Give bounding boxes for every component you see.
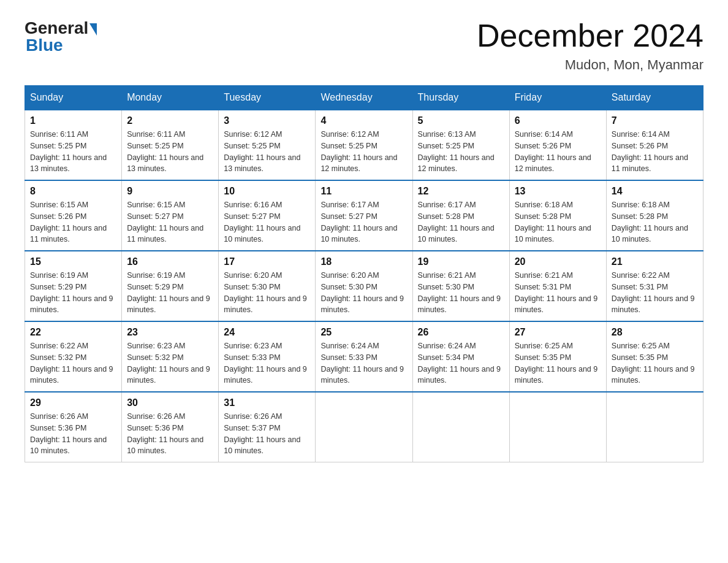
day-number: 31 <box>224 397 310 408</box>
calendar-header-row: SundayMondayTuesdayWednesdayThursdayFrid… <box>25 86 703 110</box>
day-number: 25 <box>320 327 407 338</box>
calendar-cell: 18 Sunrise: 6:20 AMSunset: 5:30 PMDaylig… <box>316 251 412 321</box>
day-info: Sunrise: 6:12 AMSunset: 5:25 PMDaylight:… <box>224 129 310 175</box>
day-number: 8 <box>30 186 116 197</box>
day-info: Sunrise: 6:19 AMSunset: 5:29 PMDaylight:… <box>127 270 213 316</box>
day-info: Sunrise: 6:26 AMSunset: 5:37 PMDaylight:… <box>224 411 310 457</box>
day-number: 2 <box>127 115 213 126</box>
day-info: Sunrise: 6:25 AMSunset: 5:35 PMDaylight:… <box>515 340 601 386</box>
day-info: Sunrise: 6:24 AMSunset: 5:33 PMDaylight:… <box>320 340 407 386</box>
day-number: 19 <box>418 256 504 267</box>
calendar-week-row-5: 29 Sunrise: 6:26 AMSunset: 5:36 PMDaylig… <box>25 392 703 462</box>
day-number: 6 <box>515 115 601 126</box>
day-number: 26 <box>418 327 504 338</box>
calendar-header-sunday: Sunday <box>25 86 122 110</box>
calendar-cell: 7 Sunrise: 6:14 AMSunset: 5:26 PMDayligh… <box>606 110 703 180</box>
day-number: 5 <box>418 115 504 126</box>
calendar-cell: 26 Sunrise: 6:24 AMSunset: 5:34 PMDaylig… <box>412 321 509 392</box>
page-header: General Blue December 2024 Mudon, Mon, M… <box>25 18 703 73</box>
day-info: Sunrise: 6:20 AMSunset: 5:30 PMDaylight:… <box>320 270 407 316</box>
day-number: 20 <box>515 256 601 267</box>
calendar-cell: 6 Sunrise: 6:14 AMSunset: 5:26 PMDayligh… <box>509 110 606 180</box>
calendar-header-thursday: Thursday <box>412 86 509 110</box>
calendar-cell: 14 Sunrise: 6:18 AMSunset: 5:28 PMDaylig… <box>606 180 703 251</box>
day-info: Sunrise: 6:17 AMSunset: 5:28 PMDaylight:… <box>418 199 504 245</box>
day-number: 27 <box>515 327 601 338</box>
day-number: 30 <box>127 397 213 408</box>
calendar-cell: 16 Sunrise: 6:19 AMSunset: 5:29 PMDaylig… <box>122 251 219 321</box>
calendar-cell: 25 Sunrise: 6:24 AMSunset: 5:33 PMDaylig… <box>316 321 412 392</box>
calendar-cell: 12 Sunrise: 6:17 AMSunset: 5:28 PMDaylig… <box>412 180 509 251</box>
day-number: 16 <box>127 256 213 267</box>
calendar-week-row-3: 15 Sunrise: 6:19 AMSunset: 5:29 PMDaylig… <box>25 251 703 321</box>
calendar-cell: 1 Sunrise: 6:11 AMSunset: 5:25 PMDayligh… <box>25 110 122 180</box>
calendar-cell <box>316 392 412 462</box>
day-info: Sunrise: 6:22 AMSunset: 5:32 PMDaylight:… <box>30 340 116 386</box>
day-number: 24 <box>224 327 310 338</box>
day-info: Sunrise: 6:23 AMSunset: 5:32 PMDaylight:… <box>127 340 213 386</box>
day-number: 14 <box>612 186 698 197</box>
calendar-cell: 23 Sunrise: 6:23 AMSunset: 5:32 PMDaylig… <box>122 321 219 392</box>
calendar-header-wednesday: Wednesday <box>316 86 412 110</box>
day-number: 9 <box>127 186 213 197</box>
day-info: Sunrise: 6:25 AMSunset: 5:35 PMDaylight:… <box>612 340 698 386</box>
day-info: Sunrise: 6:16 AMSunset: 5:27 PMDaylight:… <box>224 199 310 245</box>
calendar-cell: 13 Sunrise: 6:18 AMSunset: 5:28 PMDaylig… <box>509 180 606 251</box>
day-info: Sunrise: 6:18 AMSunset: 5:28 PMDaylight:… <box>515 199 601 245</box>
calendar-cell: 15 Sunrise: 6:19 AMSunset: 5:29 PMDaylig… <box>25 251 122 321</box>
day-info: Sunrise: 6:21 AMSunset: 5:31 PMDaylight:… <box>515 270 601 316</box>
day-info: Sunrise: 6:19 AMSunset: 5:29 PMDaylight:… <box>30 270 116 316</box>
calendar-cell: 4 Sunrise: 6:12 AMSunset: 5:25 PMDayligh… <box>316 110 412 180</box>
calendar-cell: 31 Sunrise: 6:26 AMSunset: 5:37 PMDaylig… <box>219 392 316 462</box>
day-info: Sunrise: 6:13 AMSunset: 5:25 PMDaylight:… <box>418 129 504 175</box>
calendar-cell: 5 Sunrise: 6:13 AMSunset: 5:25 PMDayligh… <box>412 110 509 180</box>
calendar-cell: 21 Sunrise: 6:22 AMSunset: 5:31 PMDaylig… <box>606 251 703 321</box>
day-info: Sunrise: 6:20 AMSunset: 5:30 PMDaylight:… <box>224 270 310 316</box>
calendar-cell: 17 Sunrise: 6:20 AMSunset: 5:30 PMDaylig… <box>219 251 316 321</box>
day-number: 13 <box>515 186 601 197</box>
calendar-header-tuesday: Tuesday <box>219 86 316 110</box>
day-number: 1 <box>30 115 116 126</box>
calendar-cell: 9 Sunrise: 6:15 AMSunset: 5:27 PMDayligh… <box>122 180 219 251</box>
calendar-table: SundayMondayTuesdayWednesdayThursdayFrid… <box>25 85 703 462</box>
calendar-cell: 3 Sunrise: 6:12 AMSunset: 5:25 PMDayligh… <box>219 110 316 180</box>
calendar-cell: 10 Sunrise: 6:16 AMSunset: 5:27 PMDaylig… <box>219 180 316 251</box>
day-number: 12 <box>418 186 504 197</box>
day-number: 22 <box>30 327 116 338</box>
logo: General Blue <box>25 18 97 55</box>
day-number: 28 <box>612 327 698 338</box>
calendar-cell: 11 Sunrise: 6:17 AMSunset: 5:27 PMDaylig… <box>316 180 412 251</box>
calendar-cell: 2 Sunrise: 6:11 AMSunset: 5:25 PMDayligh… <box>122 110 219 180</box>
day-info: Sunrise: 6:17 AMSunset: 5:27 PMDaylight:… <box>320 199 407 245</box>
month-title: December 2024 <box>477 18 703 53</box>
day-info: Sunrise: 6:18 AMSunset: 5:28 PMDaylight:… <box>612 199 698 245</box>
day-info: Sunrise: 6:11 AMSunset: 5:25 PMDaylight:… <box>30 129 116 175</box>
calendar-header-saturday: Saturday <box>606 86 703 110</box>
day-number: 21 <box>612 256 698 267</box>
calendar-cell <box>606 392 703 462</box>
location-title: Mudon, Mon, Myanmar <box>477 57 703 73</box>
calendar-cell: 19 Sunrise: 6:21 AMSunset: 5:30 PMDaylig… <box>412 251 509 321</box>
calendar-cell: 24 Sunrise: 6:23 AMSunset: 5:33 PMDaylig… <box>219 321 316 392</box>
day-number: 4 <box>320 115 407 126</box>
day-info: Sunrise: 6:21 AMSunset: 5:30 PMDaylight:… <box>418 270 504 316</box>
day-info: Sunrise: 6:26 AMSunset: 5:36 PMDaylight:… <box>30 411 116 457</box>
day-info: Sunrise: 6:11 AMSunset: 5:25 PMDaylight:… <box>127 129 213 175</box>
day-info: Sunrise: 6:14 AMSunset: 5:26 PMDaylight:… <box>612 129 698 175</box>
day-number: 29 <box>30 397 116 408</box>
day-number: 18 <box>320 256 407 267</box>
day-info: Sunrise: 6:23 AMSunset: 5:33 PMDaylight:… <box>224 340 310 386</box>
day-info: Sunrise: 6:15 AMSunset: 5:26 PMDaylight:… <box>30 199 116 245</box>
calendar-cell: 8 Sunrise: 6:15 AMSunset: 5:26 PMDayligh… <box>25 180 122 251</box>
calendar-cell: 20 Sunrise: 6:21 AMSunset: 5:31 PMDaylig… <box>509 251 606 321</box>
calendar-cell: 27 Sunrise: 6:25 AMSunset: 5:35 PMDaylig… <box>509 321 606 392</box>
logo-triangle-icon <box>89 23 97 36</box>
day-number: 3 <box>224 115 310 126</box>
calendar-week-row-2: 8 Sunrise: 6:15 AMSunset: 5:26 PMDayligh… <box>25 180 703 251</box>
day-number: 10 <box>224 186 310 197</box>
title-section: December 2024 Mudon, Mon, Myanmar <box>477 18 703 73</box>
calendar-header-friday: Friday <box>509 86 606 110</box>
day-number: 11 <box>320 186 407 197</box>
calendar-cell: 22 Sunrise: 6:22 AMSunset: 5:32 PMDaylig… <box>25 321 122 392</box>
day-number: 7 <box>612 115 698 126</box>
